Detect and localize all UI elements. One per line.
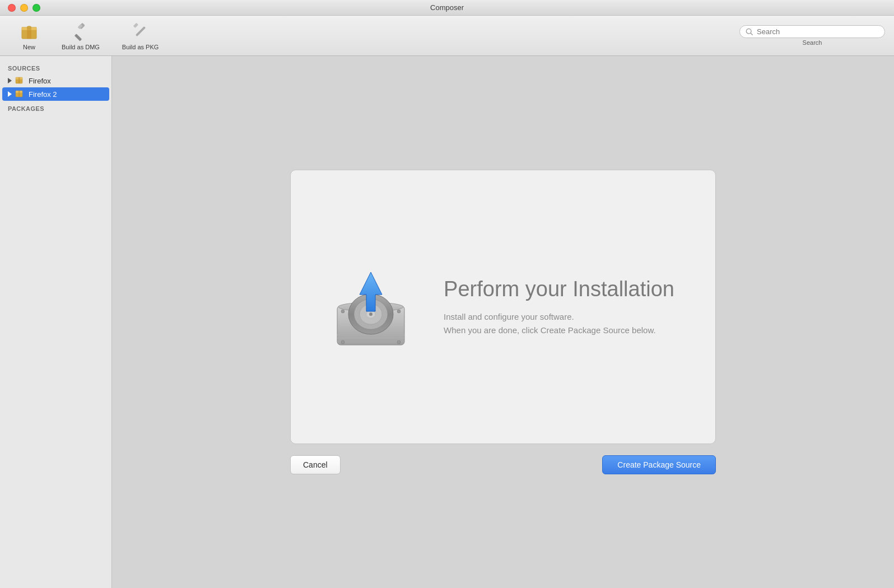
build-pkg-button[interactable]: Build as PKG <box>112 18 169 54</box>
triangle-icon <box>8 78 12 83</box>
search-input[interactable] <box>757 27 879 36</box>
cancel-button[interactable]: Cancel <box>290 455 341 474</box>
build-dmg-button[interactable]: Build as DMG <box>52 18 110 54</box>
minimize-button[interactable] <box>20 4 28 12</box>
toolbar: New Build as DMG Build as PKG <box>0 16 894 56</box>
description-line1: Install and configure your software. <box>444 312 574 321</box>
svg-point-28 <box>341 310 344 313</box>
description-line2: When you are done, click Create Package … <box>444 325 656 335</box>
new-label: New <box>23 44 35 50</box>
sidebar-item-firefox2[interactable]: Firefox 2 <box>2 87 109 101</box>
svg-point-31 <box>397 340 401 344</box>
new-button[interactable]: New <box>9 18 49 54</box>
main-card: Perform your Installation Install and co… <box>290 170 716 444</box>
svg-point-27 <box>369 312 372 316</box>
search-input-wrap[interactable] <box>739 25 885 38</box>
new-icon <box>19 21 39 41</box>
build-dmg-label: Build as DMG <box>62 44 100 50</box>
content-area: Perform your Installation Install and co… <box>112 56 894 588</box>
window-title: Composer <box>430 3 464 12</box>
triangle-icon-2 <box>8 91 12 97</box>
search-icon <box>746 28 753 36</box>
maximize-button[interactable] <box>32 4 40 12</box>
svg-rect-21 <box>337 340 404 343</box>
hdd-illustration <box>332 261 410 353</box>
build-pkg-label: Build as PKG <box>122 44 159 50</box>
sidebar-item-firefox[interactable]: Firefox <box>2 74 109 87</box>
window-controls[interactable] <box>8 4 40 12</box>
svg-point-4 <box>27 26 31 28</box>
svg-point-29 <box>397 310 401 313</box>
svg-rect-5 <box>74 34 82 41</box>
build-dmg-icon <box>71 21 91 41</box>
main-layout: SOURCES Firefox Firefox 2 PACKAGES <box>0 56 894 588</box>
firefox2-label: Firefox 2 <box>29 90 57 99</box>
svg-rect-14 <box>18 77 21 83</box>
svg-rect-9 <box>133 22 138 27</box>
sidebar: SOURCES Firefox Firefox 2 PACKAGES <box>0 56 112 588</box>
svg-rect-17 <box>18 91 21 97</box>
firefox-label: Firefox <box>29 77 51 85</box>
card-title: Perform your Installation <box>444 277 674 302</box>
firefox2-pkg-icon <box>15 89 25 99</box>
build-pkg-icon <box>131 21 151 41</box>
card-text: Perform your Installation Install and co… <box>444 277 674 337</box>
svg-rect-8 <box>135 26 145 36</box>
create-package-source-button[interactable]: Create Package Source <box>602 455 716 474</box>
close-button[interactable] <box>8 4 16 12</box>
svg-point-30 <box>341 340 344 344</box>
packages-header: PACKAGES <box>0 101 111 114</box>
firefox-pkg-icon <box>15 76 25 86</box>
sources-header: SOURCES <box>0 60 111 74</box>
svg-line-11 <box>751 33 752 35</box>
search-container: Search <box>739 25 885 46</box>
title-bar: Composer <box>0 0 894 16</box>
bottom-bar: Cancel Create Package Source <box>290 455 716 474</box>
svg-rect-20 <box>337 337 404 339</box>
card-description: Install and configure your software. Whe… <box>444 310 674 337</box>
search-label: Search <box>803 39 822 46</box>
